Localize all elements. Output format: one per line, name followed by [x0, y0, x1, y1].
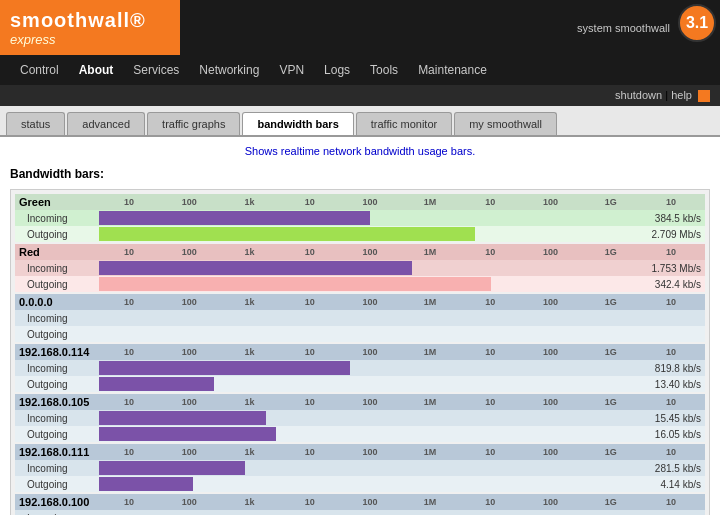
tab-traffic-monitor[interactable]: traffic monitor — [356, 112, 452, 135]
tab-bandwidth-bars[interactable]: bandwidth bars — [242, 112, 353, 135]
nav-about[interactable]: About — [69, 55, 124, 85]
114-scale: 10 100 1k 10 100 1M 10 100 1G 10 — [99, 347, 701, 357]
100-incoming-bar-container — [99, 511, 621, 515]
green-label: Green — [19, 196, 99, 208]
111-incoming-row: Incoming 281.5 kb/s — [15, 460, 705, 476]
interface-111: 192.168.0.111 10 100 1k 10 100 1M 10 100… — [15, 444, 705, 492]
105-label: 192.168.0.105 — [19, 396, 99, 408]
logo: smoothwall® express — [0, 1, 180, 55]
green-incoming-row: Incoming 384.5 kb/s — [15, 210, 705, 226]
green-incoming-bar — [99, 211, 370, 225]
111-header: 192.168.0.111 10 100 1k 10 100 1M 10 100… — [15, 444, 705, 460]
105-incoming-label: Incoming — [19, 413, 99, 424]
111-incoming-bar-container — [99, 461, 621, 475]
page-subtitle: Shows realtime network bandwidth usage b… — [10, 145, 710, 157]
red-incoming-row: Incoming 1.753 Mb/s — [15, 260, 705, 276]
105-header: 192.168.0.105 10 100 1k 10 100 1M 10 100… — [15, 394, 705, 410]
green-header: Green 10 100 1k 10 100 1M 10 100 1G 10 — [15, 194, 705, 210]
green-outgoing-row: Outgoing 2.709 Mb/s — [15, 226, 705, 242]
105-incoming-value: 15.45 kb/s — [621, 413, 701, 424]
red-scale: 10 100 1k 10 100 1M 10 100 1G 10 — [99, 247, 701, 257]
red-outgoing-bar — [99, 277, 491, 291]
interface-0000: 0.0.0.0 10 100 1k 10 100 1M 10 100 1G 10… — [15, 294, 705, 342]
105-incoming-bar — [99, 411, 266, 425]
100-incoming-row: Incoming — [15, 510, 705, 515]
0000-outgoing-bar-container — [99, 327, 621, 341]
nav-networking[interactable]: Networking — [189, 55, 269, 85]
green-outgoing-bar — [99, 227, 475, 241]
0000-incoming-row: Incoming — [15, 310, 705, 326]
main-content: Shows realtime network bandwidth usage b… — [0, 137, 720, 515]
111-outgoing-bar-container — [99, 477, 621, 491]
interface-114: 192.168.0.114 10 100 1k 10 100 1M 10 100… — [15, 344, 705, 392]
green-incoming-value: 384.5 kb/s — [621, 213, 701, 224]
system-info: system smoothwall — [180, 22, 720, 34]
tab-traffic-graphs[interactable]: traffic graphs — [147, 112, 240, 135]
green-outgoing-label: Outgoing — [19, 229, 99, 240]
red-header: Red 10 100 1k 10 100 1M 10 100 1G 10 — [15, 244, 705, 260]
top-bar: shutdown | help — [0, 85, 720, 106]
114-outgoing-label: Outgoing — [19, 379, 99, 390]
green-incoming-bar-container — [99, 211, 621, 225]
114-outgoing-bar — [99, 377, 214, 391]
tab-advanced[interactable]: advanced — [67, 112, 145, 135]
105-incoming-bar-container — [99, 411, 621, 425]
red-incoming-value: 1.753 Mb/s — [621, 263, 701, 274]
tabs-bar: status advanced traffic graphs bandwidth… — [0, 106, 720, 137]
logo-sub: express — [10, 32, 170, 47]
114-outgoing-bar-container — [99, 377, 621, 391]
green-outgoing-value: 2.709 Mb/s — [621, 229, 701, 240]
nav-services[interactable]: Services — [123, 55, 189, 85]
red-incoming-bar — [99, 261, 412, 275]
red-outgoing-bar-container — [99, 277, 621, 291]
105-incoming-row: Incoming 15.45 kb/s — [15, 410, 705, 426]
interface-100: 192.168.0.100 10 100 1k 10 100 1M 10 100… — [15, 494, 705, 515]
114-incoming-value: 819.8 kb/s — [621, 363, 701, 374]
nav-logs[interactable]: Logs — [314, 55, 360, 85]
114-header: 192.168.0.114 10 100 1k 10 100 1M 10 100… — [15, 344, 705, 360]
nav-control[interactable]: Control — [10, 55, 69, 85]
111-outgoing-value: 4.14 kb/s — [621, 479, 701, 490]
nav-maintenance[interactable]: Maintenance — [408, 55, 497, 85]
114-label: 192.168.0.114 — [19, 346, 99, 358]
nav-tools[interactable]: Tools — [360, 55, 408, 85]
external-icon — [698, 90, 710, 102]
105-outgoing-bar — [99, 427, 276, 441]
nav-vpn[interactable]: VPN — [269, 55, 314, 85]
logo-main: smoothwall® — [10, 9, 170, 32]
111-incoming-bar — [99, 461, 245, 475]
shutdown-link[interactable]: shutdown — [615, 89, 662, 101]
111-incoming-label: Incoming — [19, 463, 99, 474]
0000-header: 0.0.0.0 10 100 1k 10 100 1M 10 100 1G 10 — [15, 294, 705, 310]
green-incoming-label: Incoming — [19, 213, 99, 224]
0000-label: 0.0.0.0 — [19, 296, 99, 308]
105-outgoing-row: Outgoing 16.05 kb/s — [15, 426, 705, 442]
111-outgoing-bar — [99, 477, 193, 491]
114-incoming-row: Incoming 819.8 kb/s — [15, 360, 705, 376]
tab-status[interactable]: status — [6, 112, 65, 135]
100-label: 192.168.0.100 — [19, 496, 99, 508]
105-outgoing-label: Outgoing — [19, 429, 99, 440]
114-incoming-label: Incoming — [19, 363, 99, 374]
111-incoming-value: 281.5 kb/s — [621, 463, 701, 474]
red-label: Red — [19, 246, 99, 258]
red-incoming-bar-container — [99, 261, 621, 275]
green-outgoing-bar-container — [99, 227, 621, 241]
red-outgoing-row: Outgoing 342.4 kb/s — [15, 276, 705, 292]
111-outgoing-row: Outgoing 4.14 kb/s — [15, 476, 705, 492]
105-outgoing-value: 16.05 kb/s — [621, 429, 701, 440]
tab-my-smoothwall[interactable]: my smoothwall — [454, 112, 557, 135]
100-header: 192.168.0.100 10 100 1k 10 100 1M 10 100… — [15, 494, 705, 510]
114-outgoing-row: Outgoing 13.40 kb/s — [15, 376, 705, 392]
0000-outgoing-label: Outgoing — [19, 329, 99, 340]
green-scale: 10 100 1k 10 100 1M 10 100 1G 10 — [99, 197, 701, 207]
interface-red: Red 10 100 1k 10 100 1M 10 100 1G 10 Inc… — [15, 244, 705, 292]
0000-incoming-label: Incoming — [19, 313, 99, 324]
red-incoming-label: Incoming — [19, 263, 99, 274]
111-label: 192.168.0.111 — [19, 446, 99, 458]
111-outgoing-label: Outgoing — [19, 479, 99, 490]
red-outgoing-value: 342.4 kb/s — [621, 279, 701, 290]
interface-green: Green 10 100 1k 10 100 1M 10 100 1G 10 I… — [15, 194, 705, 242]
help-link[interactable]: help — [671, 89, 692, 101]
111-scale: 10 100 1k 10 100 1M 10 100 1G 10 — [99, 447, 701, 457]
